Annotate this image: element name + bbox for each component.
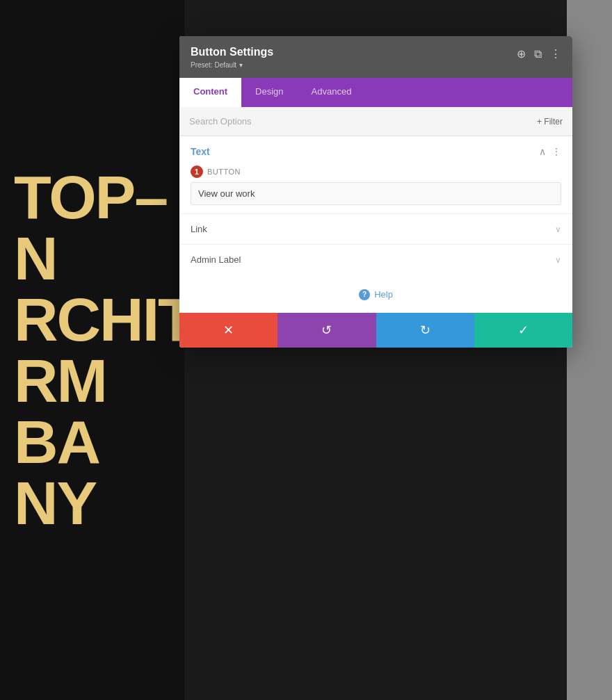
field-number-badge: 1 (191, 165, 203, 178)
admin-label-text: Admin Label (191, 254, 241, 265)
tab-advanced[interactable]: Advanced (298, 78, 366, 107)
button-field-group: 1 Button (179, 163, 572, 213)
save-button[interactable]: ✓ (474, 313, 572, 348)
tab-content[interactable]: Content (179, 78, 241, 107)
panel-content: Text ∧ ⋮ 1 Button Link ∨ Admin Label (179, 136, 572, 313)
background-text: TOP–NRCHITERM BANY (14, 167, 170, 534)
panel-title: Button Settings (191, 46, 273, 58)
save-icon: ✓ (518, 323, 529, 338)
link-section: Link ∨ (179, 213, 572, 244)
link-label: Link (191, 224, 207, 234)
target-icon[interactable]: ⊕ (517, 47, 526, 60)
collapse-icon[interactable]: ∧ (539, 146, 546, 157)
settings-panel: Button Settings Preset: Default ▾ ⊕ ⧉ ⋮ … (179, 36, 572, 348)
section-controls: ∧ ⋮ (539, 146, 561, 157)
panel-footer: ✕ ↺ ↻ ✓ (179, 313, 572, 348)
button-text-input[interactable] (191, 182, 561, 205)
redo-icon: ↻ (420, 323, 430, 338)
link-collapse-header[interactable]: Link ∨ (191, 214, 561, 244)
undo-button[interactable]: ↺ (277, 313, 376, 348)
panel-header: Button Settings Preset: Default ▾ ⊕ ⧉ ⋮ (179, 36, 572, 78)
button-field-label: 1 Button (191, 165, 561, 178)
background-left: TOP–NRCHITERM BANY (0, 0, 184, 700)
admin-label-collapse-header[interactable]: Admin Label ∨ (191, 245, 561, 275)
admin-label-expand-icon: ∨ (555, 255, 561, 265)
more-options-icon[interactable]: ⋮ (550, 47, 561, 60)
text-section-header: Text ∧ ⋮ (179, 136, 572, 163)
panel-tabs: Content Design Advanced (179, 78, 572, 107)
background-right (567, 0, 612, 700)
panel-title-group: Button Settings Preset: Default ▾ (191, 46, 273, 70)
cancel-icon: ✕ (223, 323, 234, 338)
redo-button[interactable]: ↻ (376, 313, 474, 348)
admin-label-section: Admin Label ∨ (179, 244, 572, 275)
filter-button[interactable]: + Filter (537, 117, 563, 127)
panel-header-icons: ⊕ ⧉ ⋮ (517, 47, 561, 60)
layout-icon[interactable]: ⧉ (534, 48, 542, 60)
section-more-icon[interactable]: ⋮ (551, 146, 561, 157)
help-icon: ? (359, 289, 370, 300)
search-input[interactable] (189, 116, 537, 127)
undo-icon: ↺ (321, 323, 332, 338)
help-section: ? Help (179, 275, 572, 313)
link-expand-icon: ∨ (555, 225, 561, 234)
panel-preset[interactable]: Preset: Default ▾ (191, 60, 273, 70)
tab-design[interactable]: Design (241, 78, 297, 107)
cancel-button[interactable]: ✕ (179, 313, 277, 348)
help-link[interactable]: ? Help (359, 289, 393, 300)
search-bar: + Filter (179, 107, 572, 136)
text-section-title: Text (191, 146, 210, 157)
